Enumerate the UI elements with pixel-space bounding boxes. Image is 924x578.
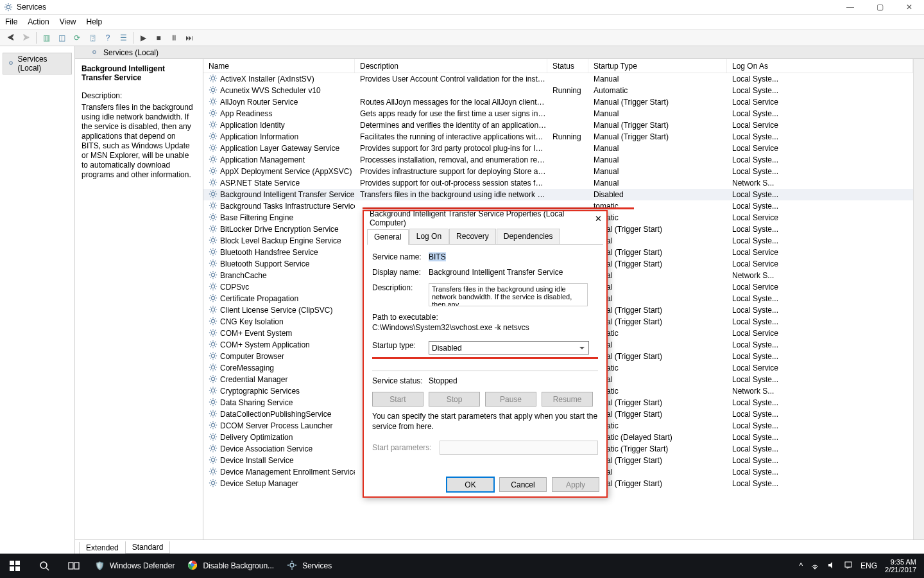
service-startup: Manual (Trigger Start) (588, 98, 727, 107)
tab-log-on[interactable]: Log On (409, 229, 449, 244)
search-icon[interactable] (30, 554, 59, 578)
taskbar-app-chrome[interactable]: Disable Backgroun... (181, 554, 280, 578)
restart-icon[interactable]: ⏭ (182, 31, 196, 45)
start-button[interactable] (0, 554, 30, 578)
tab-extended[interactable]: Extended (79, 542, 126, 554)
tray-volume-icon[interactable] (827, 561, 836, 572)
pause-icon[interactable]: ⏸ (167, 31, 181, 45)
col-name[interactable]: Name (203, 59, 355, 73)
start-parameters-input[interactable] (440, 441, 598, 455)
tab-standard[interactable]: Standard (125, 541, 171, 554)
toolbar-icon[interactable]: ⍰ (85, 31, 99, 45)
startup-type-combobox[interactable]: Disabled (429, 341, 589, 355)
svg-line-160 (210, 260, 211, 261)
forward-button[interactable]: ⮞ (19, 31, 33, 45)
svg-line-252 (210, 381, 211, 381)
dialog-close-button[interactable]: ✕ (590, 211, 607, 226)
svg-line-322 (210, 468, 211, 469)
ok-button[interactable]: OK (447, 477, 494, 492)
svg-line-26 (215, 92, 216, 92)
col-startup[interactable]: Startup Type (588, 59, 727, 73)
cancel-button[interactable]: Cancel (499, 477, 547, 492)
service-logon: Local Syste... (727, 421, 913, 430)
tree-node-label: Services (Local) (18, 55, 67, 73)
toolbar-icon[interactable]: ☰ (116, 31, 130, 45)
resume-button[interactable]: Resume (542, 392, 593, 407)
stop-icon[interactable]: ■ (151, 31, 166, 45)
service-row[interactable]: ASP.NET State ServiceProvides support fo… (203, 177, 913, 189)
stop-button[interactable]: Stop (429, 392, 480, 407)
tab-recovery[interactable]: Recovery (449, 229, 496, 244)
tray-date: 2/21/2017 (885, 566, 916, 574)
service-startup: anual (588, 294, 727, 303)
help-icon[interactable]: ? (101, 31, 115, 45)
service-row[interactable]: Application IdentityDetermines and verif… (203, 119, 913, 131)
tray-network-icon[interactable] (810, 561, 819, 572)
tray-chevron-icon[interactable]: ^ (799, 561, 803, 570)
vertical-scrollbar[interactable] (913, 59, 924, 539)
service-row[interactable]: AppX Deployment Service (AppXSVC)Provide… (203, 166, 913, 177)
toolbar-icon[interactable]: ▥ (39, 31, 53, 45)
service-row[interactable]: Application InformationFacilitates the r… (203, 131, 913, 143)
service-row[interactable]: Application ManagementProcesses installa… (203, 154, 913, 166)
toolbar-icon[interactable]: ⟳ (70, 31, 84, 45)
col-logon[interactable]: Log On As (727, 59, 913, 73)
svg-line-18 (210, 80, 211, 81)
service-name: Application Information (220, 132, 298, 141)
tab-general[interactable]: General (367, 229, 409, 245)
svg-line-289 (215, 422, 216, 423)
services-gear-icon (4, 3, 13, 12)
menu-action[interactable]: Action (28, 17, 49, 26)
start-button[interactable]: Start (372, 392, 424, 407)
svg-line-316 (215, 457, 216, 457)
service-name: Acunetix WVS Scheduler v10 (220, 86, 321, 95)
svg-line-297 (210, 439, 211, 439)
service-name-value[interactable]: BITS (429, 252, 446, 261)
service-startup: anual (Trigger Start) (588, 317, 727, 326)
col-status[interactable]: Status (547, 59, 588, 73)
service-row[interactable]: ActiveX Installer (AxInstSV)Provides Use… (203, 73, 913, 85)
col-desc[interactable]: Description (355, 59, 547, 73)
service-logon: Local Service (727, 144, 913, 153)
apply-button[interactable]: Apply (552, 477, 599, 492)
back-button[interactable]: ⮜ (4, 31, 18, 45)
svg-point-155 (211, 261, 214, 265)
service-row[interactable]: App ReadinessGets apps ready for use the… (203, 108, 913, 119)
path-value: C:\Windows\System32\svchost.exe -k netsv… (372, 323, 529, 332)
menu-help[interactable]: Help (87, 17, 103, 26)
tray-datetime[interactable]: 9:35 AM 2/21/2017 (885, 558, 916, 574)
svg-point-11 (211, 76, 214, 80)
service-logon: Network S... (727, 179, 913, 188)
tree-node-services-local[interactable]: Services (Local) (3, 53, 72, 74)
service-row[interactable]: AllJoyn Router ServiceRoutes AllJoyn mes… (203, 96, 913, 108)
service-row[interactable]: Acunetix WVS Scheduler v10RunningAutomat… (203, 85, 913, 96)
svg-point-9 (10, 62, 13, 65)
service-row[interactable]: Application Layer Gateway ServiceProvide… (203, 143, 913, 154)
service-startup: anual (Trigger Start) (588, 398, 727, 407)
service-startup: Manual (588, 155, 727, 164)
tray-notifications-icon[interactable] (844, 561, 853, 572)
svg-line-278 (215, 416, 216, 416)
tab-dependencies[interactable]: Dependencies (497, 229, 560, 244)
svg-line-241 (210, 364, 211, 365)
label-path: Path to executable: (372, 313, 598, 322)
svg-line-269 (215, 404, 216, 405)
svg-line-305 (215, 450, 216, 451)
description-box[interactable]: Transfers files in the background using … (429, 283, 588, 306)
service-startup: Manual (Trigger Start) (588, 121, 727, 130)
display-name-value: Background Intelligent Transfer Service (429, 268, 598, 277)
pause-button[interactable]: Pause (485, 392, 536, 407)
menu-view[interactable]: View (60, 17, 76, 26)
toolbar-icon[interactable]: ◫ (55, 31, 69, 45)
service-row[interactable]: Background Intelligent Transfer ServiceT… (203, 189, 913, 200)
close-button[interactable]: ✕ (894, 0, 924, 15)
menu-file[interactable]: File (5, 17, 17, 26)
maximize-button[interactable]: ▢ (865, 0, 894, 15)
taskbar-app-services[interactable]: Services (280, 554, 338, 578)
service-startup: tomatic (Trigger Start) (588, 444, 727, 453)
taskbar-app-defender[interactable]: 🛡️ Windows Defender (89, 554, 181, 578)
play-icon[interactable]: ▶ (136, 31, 150, 45)
tray-language[interactable]: ENG (860, 561, 877, 570)
task-view-icon[interactable] (59, 554, 89, 578)
minimize-button[interactable]: — (835, 0, 865, 15)
